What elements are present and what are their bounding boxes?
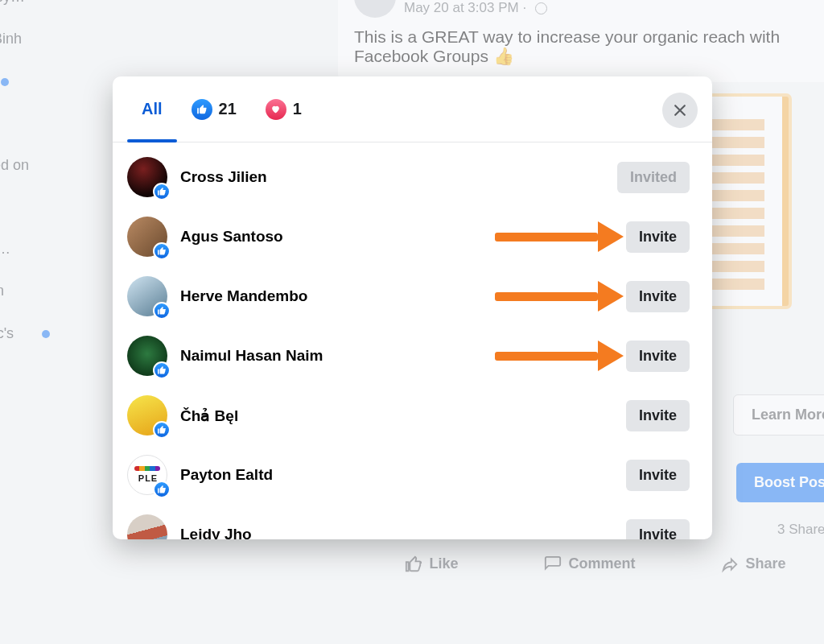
- reactor-avatar[interactable]: [127, 336, 167, 376]
- invited-button: Invited: [617, 162, 690, 193]
- reactor-name[interactable]: Herve Mandembo: [180, 287, 626, 305]
- invite-button[interactable]: Invite: [626, 519, 690, 540]
- love-icon: [266, 99, 286, 120]
- reactor-avatar[interactable]: [127, 157, 167, 197]
- invite-button[interactable]: Invite: [626, 221, 690, 253]
- tab-love[interactable]: 1: [251, 76, 316, 142]
- like-badge-icon: [153, 302, 171, 320]
- like-icon: [192, 99, 212, 120]
- reactor-name[interactable]: Čhả Bęl: [180, 407, 626, 425]
- reactor-name[interactable]: Leidy Jho: [180, 526, 626, 539]
- invite-button[interactable]: Invite: [626, 400, 690, 431]
- reactor-name[interactable]: Agus Santoso: [180, 228, 626, 246]
- tab-all-label: All: [142, 100, 163, 118]
- reactor-name[interactable]: Cross Jilien: [180, 168, 617, 186]
- avatar-image: [127, 514, 167, 539]
- tab-like[interactable]: 21: [177, 76, 251, 142]
- close-icon: [672, 102, 688, 118]
- invite-button[interactable]: Invite: [626, 341, 690, 372]
- reactor-row: Agus SantosoInvite: [127, 207, 709, 266]
- reactions-tabs: All 21 1: [113, 76, 712, 142]
- reactor-avatar[interactable]: [127, 514, 167, 539]
- like-badge-icon: [153, 421, 171, 439]
- tab-like-count: 21: [219, 100, 237, 118]
- tab-love-count: 1: [293, 100, 302, 118]
- invite-button[interactable]: Invite: [626, 281, 690, 312]
- reactor-avatar[interactable]: [127, 217, 167, 257]
- reactor-avatar[interactable]: [127, 455, 167, 495]
- close-button[interactable]: [662, 93, 698, 128]
- like-badge-icon: [153, 481, 171, 498]
- like-badge-icon: [153, 242, 171, 260]
- reactor-list: Cross JilienInvitedAgus SantosoInviteHer…: [113, 142, 712, 539]
- reactor-row: Payton EaltdInvite: [127, 445, 709, 505]
- reactor-name[interactable]: Naimul Hasan Naim: [180, 347, 626, 365]
- invite-button[interactable]: Invite: [626, 460, 690, 491]
- reactions-modal: All 21 1 Cross JilienInvitedAgus Santoso…: [113, 76, 712, 539]
- reactor-row: Herve MandemboInvite: [127, 266, 709, 326]
- like-badge-icon: [153, 361, 171, 379]
- reactor-name[interactable]: Payton Ealtd: [180, 466, 626, 484]
- reactor-row: Leidy JhoInvite: [127, 505, 709, 539]
- reactor-row: Cross JilienInvited: [127, 147, 709, 207]
- like-badge-icon: [153, 183, 171, 200]
- tab-all[interactable]: All: [127, 76, 177, 142]
- reactor-avatar[interactable]: [127, 395, 167, 436]
- reactor-row: Čhả BęlInvite: [127, 386, 709, 445]
- reactor-avatar[interactable]: [127, 276, 167, 316]
- reactor-row: Naimul Hasan NaimInvite: [127, 326, 709, 386]
